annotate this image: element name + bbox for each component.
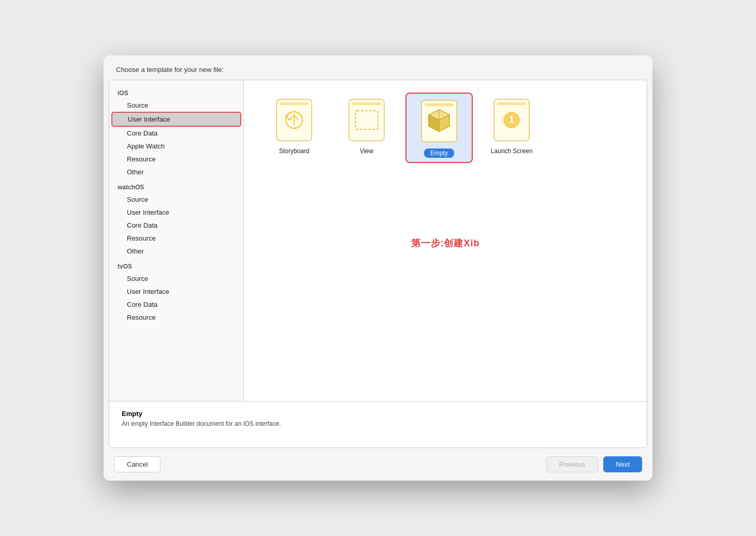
sidebar-item-tvos-user-interface[interactable]: User Interface (111, 285, 241, 298)
dialog: Choose a template for your new file: iOS… (104, 55, 652, 481)
storyboard-icon (273, 97, 315, 143)
dialog-title: Choose a template for your new file: (104, 55, 652, 80)
description-title: Empty (122, 410, 634, 418)
sidebar-section-header: tvOS (109, 258, 243, 272)
empty-icon (418, 98, 460, 144)
svg-rect-1 (280, 102, 309, 105)
svg-rect-3 (349, 99, 384, 141)
dialog-main: iOSSourceUser InterfaceCore DataApple Wa… (109, 80, 647, 401)
description-area: Empty An empty Interface Builder documen… (109, 401, 647, 448)
sidebar-item-ios-user-interface[interactable]: User Interface (111, 112, 241, 127)
svg-rect-16 (497, 102, 526, 105)
view-icon (346, 97, 387, 143)
sidebar: iOSSourceUser InterfaceCore DataApple Wa… (109, 80, 244, 401)
content-area: Storyboard View Empty 1 Launch (244, 80, 647, 401)
sidebar-item-watchos-other[interactable]: Other (111, 245, 241, 258)
next-button[interactable]: Next (603, 456, 642, 472)
svg-text:1: 1 (509, 114, 514, 125)
cancel-button[interactable]: Cancel (114, 456, 161, 472)
launch-screen-icon: 1 (491, 97, 532, 143)
template-item-launch-screen[interactable]: 1 Launch Screen (478, 93, 545, 163)
sidebar-item-ios-resource[interactable]: Resource (111, 153, 241, 166)
sidebar-item-tvos-core-data[interactable]: Core Data (111, 298, 241, 311)
sidebar-item-watchos-core-data[interactable]: Core Data (111, 219, 241, 232)
template-item-storyboard[interactable]: Storyboard (260, 93, 328, 163)
sidebar-item-watchos-source[interactable]: Source (111, 193, 241, 206)
svg-rect-4 (352, 102, 381, 105)
sidebar-item-watchos-user-interface[interactable]: User Interface (111, 206, 241, 219)
template-item-empty[interactable]: Empty (405, 93, 473, 163)
svg-rect-7 (425, 103, 454, 106)
footer-right: Previous Next (546, 456, 642, 472)
sidebar-item-ios-other[interactable]: Other (111, 166, 241, 178)
sidebar-item-tvos-source[interactable]: Source (111, 272, 241, 285)
template-label-empty: Empty (424, 148, 454, 158)
sidebar-item-ios-core-data[interactable]: Core Data (111, 127, 241, 140)
sidebar-item-ios-source[interactable]: Source (111, 99, 241, 112)
dialog-body: iOSSourceUser InterfaceCore DataApple Wa… (109, 80, 647, 448)
template-label-launch-screen: Launch Screen (491, 147, 533, 155)
sidebar-item-tvos-resource[interactable]: Resource (111, 311, 241, 324)
annotation-text: 第一步:创建Xib (411, 237, 480, 249)
description-text: An empty Interface Builder document for … (122, 420, 634, 427)
previous-button[interactable]: Previous (546, 456, 599, 472)
sidebar-item-watchos-resource[interactable]: Resource (111, 232, 241, 245)
dialog-footer: Cancel Previous Next (104, 448, 652, 481)
template-label-view: View (360, 147, 373, 155)
template-label-storyboard: Storyboard (279, 147, 310, 155)
template-item-view[interactable]: View (333, 93, 400, 163)
sidebar-section-header: watchOS (109, 178, 243, 193)
sidebar-item-ios-apple-watch[interactable]: Apple Watch (111, 140, 241, 153)
sidebar-section-header: iOS (109, 84, 243, 99)
